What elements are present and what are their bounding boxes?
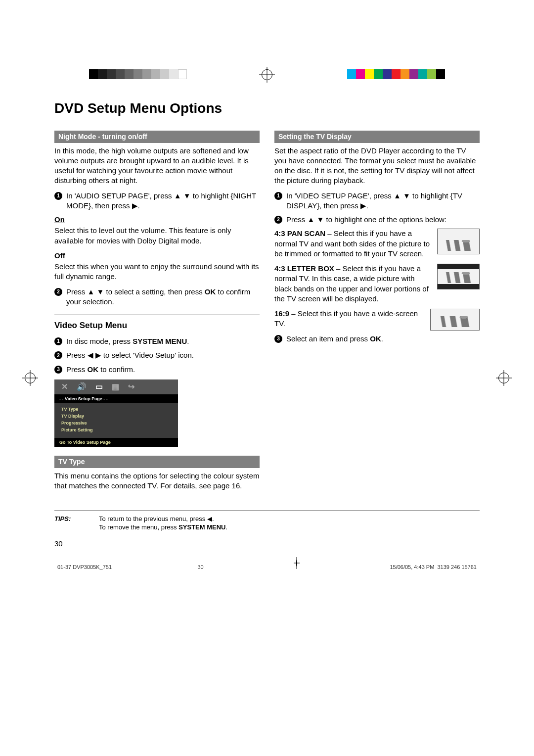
tv-icon: ▭ [95,381,103,392]
on-label: On [54,215,260,225]
footer-meta: 01-37 DVP3005K_751 30 15/06/05, 4:43 PM … [54,564,480,571]
video-setup-heading: Video Setup Menu [54,320,260,331]
arrow-left-icon: ◀ [207,515,212,522]
footer-mid: 30 [197,564,203,571]
arrow-right-icon: ▶ [132,201,138,210]
arrow-updown-icon: ▲ ▼ [174,191,191,200]
system-menu-label: SYSTEM MENU [133,337,187,345]
dash: – [325,229,334,237]
section-tv-display: Setting the TV Display [274,131,480,143]
crosshair-bottom [296,560,297,567]
page-number: 30 [54,539,480,549]
night-mode-intro: In this mode, the high volume outputs ar… [54,146,260,186]
tips1-b: . [212,515,214,522]
night-step2-text-b: to select a setting, then press [104,287,204,296]
section-tv-type: TV Type [54,456,260,468]
page-title: DVD Setup Menu Options [54,99,480,118]
speaker-icon: 🔊 [77,381,87,392]
step-badge-3: 3 [274,335,282,343]
tools-icon: ✕ [61,381,68,392]
menu-item: TV Display [61,413,171,419]
off-text: Select this when you want to enjoy the s… [54,262,260,282]
letterbox-block: 4:3 LETTER BOX – Select this if you have… [274,264,480,309]
step-badge-2: 2 [274,216,282,224]
night-step1-text-a: In 'AUDIO SETUP PAGE', press [66,191,174,200]
footer-file: 01-37 DVP3005K_751 [57,564,112,571]
tvdisp-step-1: 1 In 'VIDEO SETUP PAGE', press ▲ ▼ to hi… [274,191,480,211]
tips1-a: To return to the previous menu, press [99,515,207,522]
video-step-2: 2 Press ◀ ▶ to select 'Video Setup' icon… [54,350,260,360]
grid-icon: ▦ [112,381,119,392]
panscan-block: 4:3 PAN SCAN – Select this if you have a… [274,229,480,264]
footer-code: 3139 246 15761 [437,564,477,570]
menu-footer: Go To Video Setup Page [54,438,178,447]
arrow-leftright-icon: ◀ ▶ [88,351,101,359]
menu-item: TV Type [61,406,171,412]
video-step-3: 3 Press OK to confirm. [54,365,260,375]
step-badge-1: 1 [54,192,62,200]
panscan-illustration [437,229,480,254]
tips2-b: . [225,523,227,531]
step-badge-3: 3 [54,366,62,374]
tvd2-a: Press [286,215,308,224]
tips-body: To return to the previous menu, press ◀.… [99,515,227,532]
tvdisp-step-3: 3 Select an item and press OK. [274,334,480,344]
arrow-right-icon: ▶ [360,201,366,210]
letterbox-illustration [437,264,480,289]
menu-item: Progressive [61,420,171,426]
arrow-updown-icon: ▲ ▼ [88,287,104,296]
r169-block: 16:9 – Select this if you have a wide-sc… [274,309,480,334]
ok-label: OK [370,334,381,343]
tv-display-intro: Set the aspect ratio of the DVD Player a… [274,146,480,186]
on-text: Select this to level out the volume. Thi… [54,226,260,246]
night-step-2: 2 Press ▲ ▼ to select a setting, then pr… [54,287,260,307]
step-badge-2: 2 [54,351,62,359]
r169-label: 16:9 [274,309,289,318]
system-menu-label: SYSTEM MENU [178,523,225,531]
menu-item: Picture Setting [61,427,171,433]
tvd3-a: Select an item and press [286,334,370,343]
divider [54,315,260,315]
tips-row: TIPS: To return to the previous menu, pr… [54,510,480,532]
footer-date: 15/06/05, 4:43 PM [390,564,434,570]
panscan-label: 4:3 PAN SCAN [274,229,325,237]
wide-illustration [430,309,480,331]
ok-label: OK [88,365,99,374]
vs2-a: Press [66,351,88,359]
tv-type-text: This menu contains the options for selec… [54,471,260,491]
video-step-1: 1 In disc mode, press SYSTEM MENU. [54,336,260,346]
step-badge-1: 1 [274,192,282,200]
section-night-mode: Night Mode - turning on/off [54,131,260,143]
menu-screenshot: ✕ 🔊 ▭ ▦ ↪ - - Video Setup Page - - TV Ty… [54,379,178,447]
arrow-updown-icon: ▲ ▼ [394,191,410,200]
tvd1-a: In 'VIDEO SETUP PAGE', press [286,191,394,200]
step-badge-2: 2 [54,288,62,296]
off-label: Off [54,251,260,261]
vs3-b: to confirm. [98,365,135,374]
tips-label: TIPS: [54,515,84,532]
arrow-updown-icon: ▲ ▼ [308,215,324,224]
night-step-1: 1 In 'AUDIO SETUP PAGE', press ▲ ▼ to hi… [54,191,260,211]
step-badge-1: 1 [54,337,62,345]
menu-iconbar: ✕ 🔊 ▭ ▦ ↪ [54,379,178,394]
tvd3-b: . [381,334,383,343]
tvdisp-step-2: 2 Press ▲ ▼ to highlight one of the opti… [274,215,480,225]
dash: – [334,264,343,273]
exit-icon: ↪ [128,381,134,392]
vs1-c: . [187,337,189,345]
ok-label: OK [205,287,216,296]
menu-body: TV Type TV Display Progressive Picture S… [54,403,178,438]
dash: – [289,309,298,318]
night-step2-text-a: Press [66,287,88,296]
vs3-a: Press [66,365,88,374]
vs1-a: In disc mode, press [66,337,133,345]
tvd2-b: to highlight one of the options below: [324,215,446,224]
letterbox-label: 4:3 LETTER BOX [274,264,334,273]
vs2-b: to select 'Video Setup' icon. [101,351,194,359]
right-column: Setting the TV Display Set the aspect ra… [274,129,480,496]
left-column: Night Mode - turning on/off In this mode… [54,129,260,496]
menu-title: - - Video Setup Page - - [54,394,178,403]
tips2-a: To remove the menu, press [99,523,178,531]
